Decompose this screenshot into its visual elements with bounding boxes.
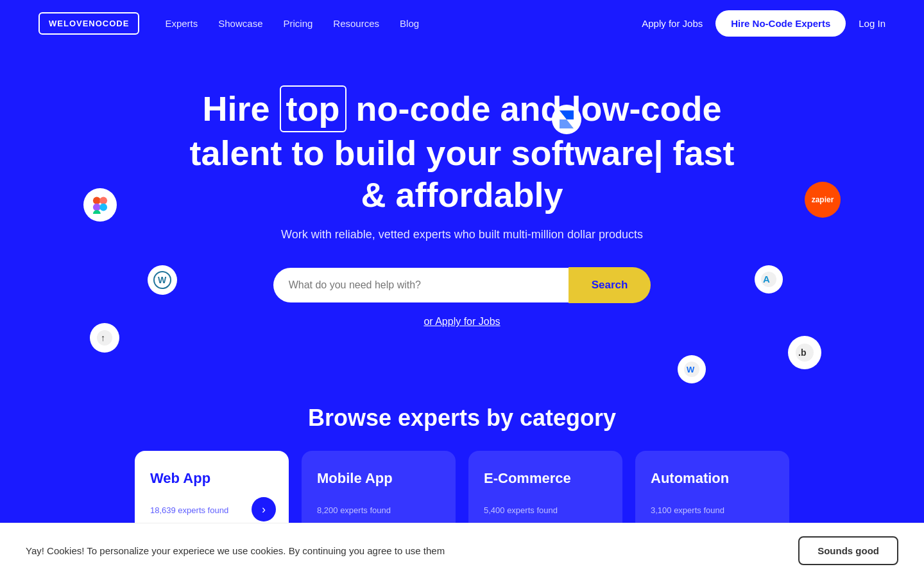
zapier-icon: zapier xyxy=(805,182,841,218)
card-count: 3,100 experts found xyxy=(651,505,774,515)
card-title: Web App xyxy=(150,470,273,487)
browse-section: Browse experts by category xyxy=(0,392,924,432)
cookie-accept-button[interactable]: Sounds good xyxy=(798,536,898,565)
nav-links: Experts Showcase Pricing Resources Blog xyxy=(165,18,642,29)
category-card-automation[interactable]: Automation 3,100 experts found xyxy=(635,451,789,534)
svg-text:W: W xyxy=(158,275,167,285)
tilda-icon: ↑ xyxy=(90,323,119,353)
apply-for-jobs-link[interactable]: or Apply for Jobs xyxy=(13,316,911,328)
category-cards: Web App 18,639 experts found › Mobile Ap… xyxy=(0,451,924,534)
browse-title: Browse experts by category xyxy=(38,405,886,432)
hero-title: Hire top no-code and low-code talent to … xyxy=(173,85,751,215)
card-count: 5,400 experts found xyxy=(484,505,607,515)
bubble-icon: .b xyxy=(788,336,821,369)
nav-resources[interactable]: Resources xyxy=(333,18,379,29)
wordpress-icon: W xyxy=(148,265,177,295)
svg-text:W: W xyxy=(687,365,695,374)
arch-icon: A xyxy=(755,265,783,293)
svg-marker-6 xyxy=(560,119,574,128)
navbar: WELOVENOCODE Experts Showcase Pricing Re… xyxy=(0,0,924,47)
category-card-webapp[interactable]: Web App 18,639 experts found › xyxy=(135,451,289,534)
figma-icon xyxy=(83,188,117,222)
svg-point-0 xyxy=(93,197,101,204)
hero-section: zapier W A ↑ W .b Hire top no-code a xyxy=(0,47,924,392)
search-button[interactable]: Search xyxy=(569,267,651,303)
search-input[interactable] xyxy=(273,268,569,302)
hero-subtitle: Work with reliable, vetted experts who b… xyxy=(13,228,911,241)
nav-blog[interactable]: Blog xyxy=(400,18,419,29)
framer-icon xyxy=(552,105,581,134)
hero-highlight: top xyxy=(280,85,346,132)
logo[interactable]: WELOVENOCODE xyxy=(38,12,139,35)
category-card-mobileapp[interactable]: Mobile App 8,200 experts found xyxy=(302,451,456,534)
nav-login[interactable]: Log In xyxy=(859,18,886,29)
svg-point-2 xyxy=(93,204,101,211)
nav-showcase[interactable]: Showcase xyxy=(218,18,262,29)
svg-point-4 xyxy=(93,210,101,214)
webflow-icon: W xyxy=(678,355,706,383)
svg-point-1 xyxy=(99,197,107,204)
svg-text:↑: ↑ xyxy=(101,333,105,343)
svg-text:A: A xyxy=(763,274,770,285)
cookie-banner: Yay! Cookies! To personalize your experi… xyxy=(0,523,924,578)
svg-point-3 xyxy=(99,204,107,211)
card-title: Mobile App xyxy=(317,470,440,487)
cookie-text: Yay! Cookies! To personalize your experi… xyxy=(26,545,445,556)
card-count: 8,200 experts found xyxy=(317,505,440,515)
nav-experts[interactable]: Experts xyxy=(165,18,198,29)
nav-apply-jobs[interactable]: Apply for Jobs xyxy=(642,18,703,29)
hire-experts-button[interactable]: Hire No-Code Experts xyxy=(715,10,846,37)
card-arrow[interactable]: › xyxy=(252,497,276,521)
category-card-ecommerce[interactable]: E-Commerce 5,400 experts found xyxy=(468,451,622,534)
nav-right: Apply for Jobs Hire No-Code Experts Log … xyxy=(642,10,886,37)
svg-text:.b: .b xyxy=(798,347,806,358)
svg-marker-5 xyxy=(560,110,574,119)
card-title: Automation xyxy=(651,470,774,487)
card-title: E-Commerce xyxy=(484,470,607,487)
nav-pricing[interactable]: Pricing xyxy=(283,18,312,29)
